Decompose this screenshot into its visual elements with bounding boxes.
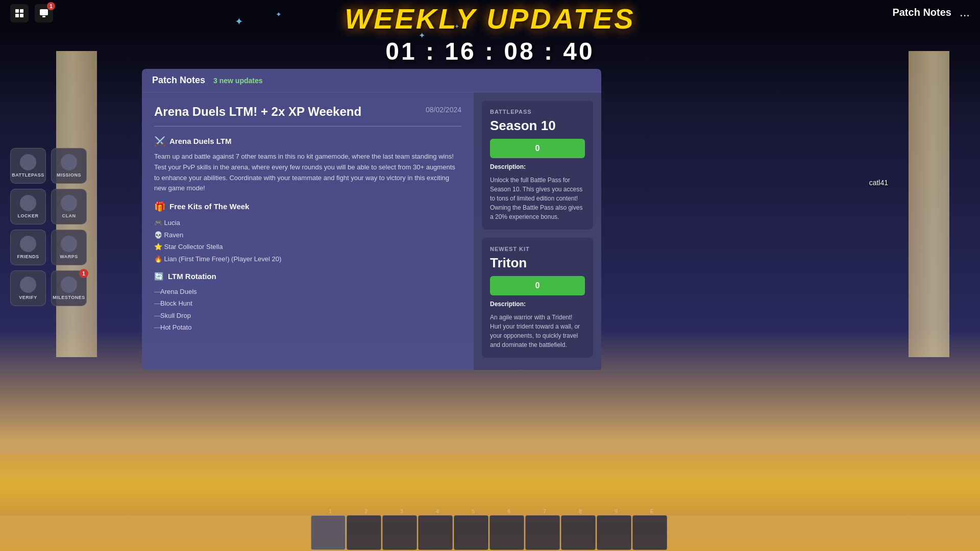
battlepass-card: BATTLEPASS Season 10 0 Description: Unlo… bbox=[482, 101, 593, 230]
top-right-area: Patch Notes ... bbox=[892, 5, 970, 19]
verify-icon bbox=[20, 277, 36, 293]
battlepass-card-title: Season 10 bbox=[490, 118, 585, 134]
missions-icon bbox=[61, 154, 77, 170]
hotbar-slot-5[interactable] bbox=[454, 515, 488, 550]
sidebar-item-friends[interactable]: FRIENDS bbox=[10, 230, 46, 265]
ltm-hot-potato: Hot Potato bbox=[154, 321, 461, 334]
arena-duels-heading: Arena Duels LTM bbox=[169, 136, 231, 147]
notification-badge: 1 bbox=[47, 2, 55, 10]
ground-platform bbox=[0, 454, 980, 515]
milestones-badge: 1 bbox=[79, 269, 88, 278]
particle-1: ✦ bbox=[235, 15, 243, 28]
patch-notes-modal: Patch Notes 3 new updates 08/02/2024 Are… bbox=[142, 69, 601, 370]
ltm-rotation-section-header: 🔄 LTM Rotation bbox=[154, 271, 461, 283]
sidebar-label-warps: WARPS bbox=[60, 254, 78, 259]
hotbar-slot-1[interactable] bbox=[311, 515, 346, 550]
rotation-icon: 🔄 bbox=[154, 271, 164, 283]
hotbar-num-2: 2 bbox=[349, 509, 383, 514]
hotbar-slot-e[interactable] bbox=[632, 515, 667, 550]
patch-date: 08/02/2024 bbox=[426, 105, 461, 115]
hotbar-slot-4[interactable] bbox=[418, 515, 453, 550]
svg-rect-5 bbox=[42, 16, 45, 17]
free-kits-section-header: 🎁 Free Kits of The Week bbox=[154, 200, 461, 214]
battlepass-desc-text: Unlock the full Battle Pass for Season 1… bbox=[490, 176, 585, 221]
clan-icon bbox=[61, 195, 77, 211]
newest-kit-desc-text: An agile warrior with a Trident! Hurl yo… bbox=[490, 313, 585, 349]
sidebar-label-clan: CLAN bbox=[62, 213, 76, 218]
world-username: catl41 bbox=[869, 179, 888, 187]
free-kits-list: 🎮 Lucia 💀 Raven ⭐ Star Collector Stella … bbox=[154, 217, 461, 265]
sidebar-item-battlepass[interactable]: BATTLEPASS bbox=[10, 148, 46, 184]
countdown-timer: 01 : 16 : 08 : 40 bbox=[345, 37, 635, 65]
hotbar-num-5: 5 bbox=[456, 509, 491, 514]
milestones-icon bbox=[61, 277, 77, 293]
hotbar-slot-8[interactable] bbox=[561, 515, 596, 550]
modal-body: 08/02/2024 Arena Duels LTM! + 2x XP Week… bbox=[142, 92, 601, 370]
battlepass-icon bbox=[20, 154, 36, 170]
weekly-updates-title: WEEKLY UPDATES bbox=[345, 2, 635, 35]
roblox-home-icon[interactable] bbox=[10, 4, 29, 22]
svg-rect-1 bbox=[20, 9, 23, 13]
right-column-decoration bbox=[909, 51, 949, 357]
ltm-arena-duels: Arena Duels bbox=[154, 286, 461, 298]
hotbar-slot-6[interactable] bbox=[489, 515, 524, 550]
sidebar-item-warps[interactable]: WARPS bbox=[51, 230, 87, 265]
hotbar-slot-7[interactable] bbox=[525, 515, 560, 550]
modal-header: Patch Notes 3 new updates bbox=[142, 69, 601, 92]
patch-divider bbox=[154, 126, 461, 127]
new-updates-badge: 3 new updates bbox=[213, 77, 262, 85]
sidebar-label-missions: MISSIONS bbox=[57, 172, 81, 178]
sidebar-item-missions[interactable]: MISSIONS bbox=[51, 148, 87, 184]
hotbar-slot-3[interactable] bbox=[382, 515, 417, 550]
battlepass-desc-label: Description: bbox=[490, 163, 585, 170]
hotbar-num-8: 8 bbox=[563, 509, 598, 514]
warps-icon bbox=[61, 236, 77, 252]
top-left-icons: 1 bbox=[10, 4, 53, 22]
particle-2: ✦ bbox=[276, 10, 282, 18]
sidebar-item-clan[interactable]: CLAN bbox=[51, 189, 87, 224]
svg-rect-4 bbox=[40, 9, 48, 15]
more-options-button[interactable]: ... bbox=[960, 5, 970, 19]
newest-kit-desc-label: Description: bbox=[490, 300, 585, 308]
sidebar-label-battlepass: BATTLEPASS bbox=[12, 172, 44, 178]
kit-raven: 💀 Raven bbox=[154, 229, 461, 241]
ltm-block-hunt: Block Hunt bbox=[154, 297, 461, 310]
sidebar-label-milestones: MILESTONES bbox=[53, 295, 85, 300]
kit-lian: 🔥 Lian (First Time Free!) (Player Level … bbox=[154, 253, 461, 265]
modal-title: Patch Notes bbox=[152, 75, 205, 86]
hotbar bbox=[311, 515, 669, 550]
hotbar-num-7: 7 bbox=[527, 509, 562, 514]
battlepass-card-subtitle: BATTLEPASS bbox=[490, 109, 585, 115]
right-sidebar: BATTLEPASS Season 10 0 Description: Unlo… bbox=[474, 92, 601, 370]
hotbar-num-1: 1 bbox=[313, 509, 348, 514]
friends-icon bbox=[20, 236, 36, 252]
ltm-skull-drop: Skull Drop bbox=[154, 310, 461, 322]
notification-icon[interactable]: 1 bbox=[35, 4, 53, 22]
hotbar-slot-9[interactable] bbox=[597, 515, 631, 550]
hotbar-num-e: E bbox=[634, 509, 669, 514]
battlepass-buy-button[interactable]: 0 bbox=[490, 139, 585, 158]
hotbar-num-6: 6 bbox=[492, 509, 526, 514]
sword-icon: ⚔️ bbox=[154, 135, 165, 148]
arena-duels-section-header: ⚔️ Arena Duels LTM bbox=[154, 135, 461, 148]
sidebar-item-milestones[interactable]: MILESTONES 1 bbox=[51, 270, 87, 306]
sidebar-label-verify: VERIFY bbox=[19, 295, 37, 300]
sidebar-label-friends: FRIENDS bbox=[17, 254, 39, 259]
patch-title: Arena Duels LTM! + 2x XP Weekend bbox=[154, 103, 461, 121]
newest-kit-buy-button[interactable]: 0 bbox=[490, 276, 585, 295]
weekly-updates-header: WEEKLY UPDATES 01 : 16 : 08 : 40 bbox=[345, 0, 635, 65]
patch-notes-link[interactable]: Patch Notes bbox=[892, 7, 951, 18]
hotbar-slot-2[interactable] bbox=[347, 515, 381, 550]
sidebar-navigation: BATTLEPASS MISSIONS LOCKER CLAN FRIENDS … bbox=[10, 148, 87, 306]
newest-kit-card: NEWEST KIT Triton 0 Description: An agil… bbox=[482, 238, 593, 358]
ltm-list: Arena Duels Block Hunt Skull Drop Hot Po… bbox=[154, 286, 461, 334]
newest-kit-subtitle: NEWEST KIT bbox=[490, 246, 585, 252]
sidebar-item-locker[interactable]: LOCKER bbox=[10, 189, 46, 224]
locker-icon bbox=[20, 195, 36, 211]
kit-stella: ⭐ Star Collector Stella bbox=[154, 241, 461, 253]
svg-rect-0 bbox=[15, 9, 19, 13]
patch-content-area[interactable]: 08/02/2024 Arena Duels LTM! + 2x XP Week… bbox=[142, 92, 474, 370]
kit-lucia: 🎮 Lucia bbox=[154, 217, 461, 229]
hotbar-num-9: 9 bbox=[599, 509, 633, 514]
sidebar-item-verify[interactable]: VERIFY bbox=[10, 270, 46, 306]
